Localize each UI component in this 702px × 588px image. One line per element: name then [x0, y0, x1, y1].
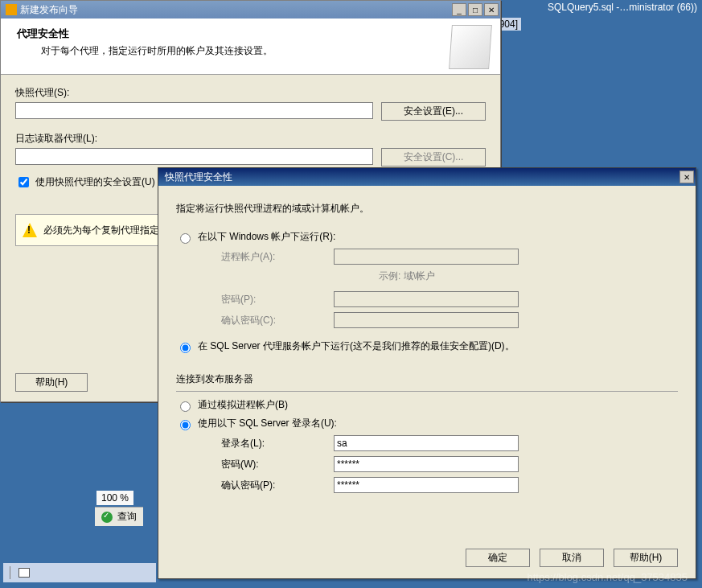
use-sql-login-label: 使用以下 SQL Server 登录名(U): — [198, 417, 337, 430]
process-account-label: 进程帐户(A): — [221, 250, 334, 264]
connect-publisher-heading: 连接到发布服务器 — [176, 372, 678, 386]
help-button[interactable]: 帮助(H) — [15, 373, 88, 392]
run-windows-label: 在以下 Windows 帐户下运行(R): — [198, 230, 335, 244]
confirm-password-c-label: 确认密码(C): — [221, 314, 334, 327]
snapshot-agent-security-dialog: 快照代理安全性 ✕ 指定将运行快照代理进程的域或计算机帐户。 在以下 Windo… — [158, 167, 696, 579]
login-label: 登录名(L): — [221, 437, 334, 450]
dialog-intro: 指定将运行快照代理进程的域或计算机帐户。 — [176, 202, 678, 216]
process-account-input — [334, 249, 519, 265]
close-button[interactable]: ✕ — [484, 3, 499, 16]
editor-tab: SQLQuery5.sql -…ministrator (66)) — [548, 2, 697, 13]
separator — [10, 566, 10, 579]
wizard-icon — [6, 4, 17, 15]
dialog-titlebar[interactable]: 快照代理安全性 ✕ — [158, 168, 696, 186]
cancel-button[interactable]: 取消 — [540, 549, 604, 567]
run-windows-radio[interactable] — [180, 233, 191, 244]
wizard-titlebar[interactable]: 新建发布向导 _ □ ✕ — [1, 1, 500, 19]
impersonate-label: 通过模拟进程帐户(B) — [198, 398, 288, 412]
wizard-header: 代理安全性 对于每个代理，指定运行时所用的帐户及其连接设置。 — [1, 19, 500, 75]
dialog-title: 快照代理安全性 — [160, 171, 679, 184]
log-reader-agent-input[interactable] — [15, 148, 373, 165]
confirm-password-p-label: 确认密码(P): — [221, 479, 334, 492]
login-input[interactable] — [334, 435, 519, 451]
password-p-input — [334, 291, 519, 307]
dialog-help-button[interactable]: 帮助(H) — [614, 549, 678, 567]
maximize-button[interactable]: □ — [468, 3, 482, 16]
toolbar-strip — [3, 563, 156, 582]
use-snapshot-security-label: 使用快照代理的安全设置(U) — [35, 175, 155, 189]
snapshot-agent-label: 快照代理(S): — [15, 86, 486, 100]
status-bar: 查询 — [95, 507, 143, 526]
security-settings-e-button[interactable]: 安全设置(E)... — [381, 102, 486, 121]
status-text: 查询 — [117, 510, 137, 524]
warning-text: 必须先为每个复制代理指定 — [43, 224, 159, 237]
header-graphic — [449, 25, 492, 69]
success-icon — [101, 512, 113, 523]
wizard-subheading: 对于每个代理，指定运行时所用的帐户及其连接设置。 — [41, 44, 484, 58]
confirm-password-p-input[interactable] — [334, 477, 519, 493]
ok-button[interactable]: 确定 — [466, 549, 530, 567]
divider — [176, 391, 678, 392]
impersonate-radio[interactable] — [180, 401, 191, 412]
warning-icon — [23, 223, 37, 237]
password-w-label: 密码(W): — [221, 458, 334, 471]
example-text: 示例: 域\帐户 — [379, 269, 678, 283]
use-sql-login-radio[interactable] — [180, 420, 191, 430]
run-sql-agent-label: 在 SQL Server 代理服务帐户下运行(这不是我们推荐的最佳安全配置)(D… — [198, 339, 515, 353]
use-snapshot-security-checkbox[interactable] — [18, 177, 29, 187]
security-settings-c-button: 安全设置(C)... — [381, 148, 486, 167]
zoom-level[interactable]: 100 % — [96, 491, 133, 505]
run-sql-agent-radio[interactable] — [180, 343, 191, 353]
toolbar-icon[interactable] — [18, 568, 30, 578]
password-w-input[interactable] — [334, 456, 519, 472]
snapshot-agent-input[interactable] — [15, 102, 373, 119]
wizard-heading: 代理安全性 — [17, 27, 484, 41]
wizard-title: 新建发布向导 — [20, 3, 452, 17]
confirm-password-c-input — [334, 312, 519, 328]
minimize-button[interactable]: _ — [452, 3, 466, 16]
password-p-label: 密码(P): — [221, 293, 334, 306]
log-reader-agent-label: 日志读取器代理(L): — [15, 132, 486, 146]
dialog-close-button[interactable]: ✕ — [679, 171, 694, 183]
